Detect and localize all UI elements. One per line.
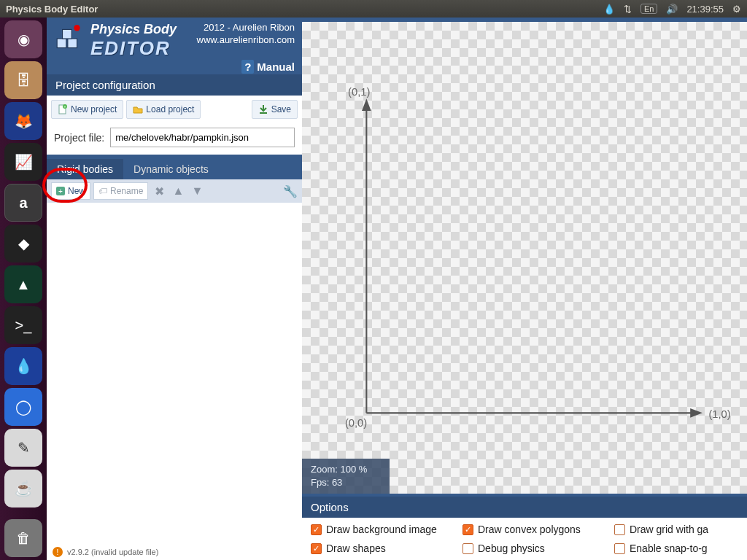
project-config-title: Project configuration	[47, 74, 302, 96]
svg-rect-1	[68, 39, 77, 48]
project-file-input[interactable]	[110, 128, 295, 147]
launcher-app-a[interactable]: a	[4, 184, 42, 222]
svg-point-3	[74, 25, 80, 31]
launcher-editor[interactable]: ✎	[4, 429, 42, 467]
launcher-java[interactable]: ☕	[4, 470, 42, 508]
tag-icon: 🏷	[98, 186, 107, 196]
rename-body-button[interactable]: 🏷 Rename	[93, 182, 148, 200]
app-logo-icon	[54, 23, 85, 54]
save-button[interactable]: Save	[252, 100, 298, 119]
launcher-android[interactable]: ▲	[4, 265, 42, 303]
file-plus-icon: +	[58, 104, 68, 114]
delete-body-button[interactable]: ✖	[151, 183, 167, 199]
launcher-dash[interactable]: ◉	[4, 20, 42, 58]
opt-snap-grid[interactable]: Enable snap-to-g	[614, 542, 738, 554]
opt-debug-physics[interactable]: Debug physics	[462, 542, 608, 554]
credit-url: www.aurelienribon.com	[197, 34, 295, 47]
options-panel: Draw background image Draw convex polygo…	[302, 518, 747, 560]
right-column: (0,1) (0,0) (1,0) Zoom: 100 % Fps: 63 Op…	[302, 18, 747, 560]
tab-dynamic-objects[interactable]: Dynamic objects	[123, 159, 219, 179]
body-tabs: Rigid bodies Dynamic objects	[47, 159, 302, 179]
new-project-button[interactable]: + New project	[51, 100, 123, 119]
left-column: Physics Body EDITOR 2012 - Aurelien Ribo…	[47, 18, 302, 560]
load-project-button[interactable]: Load project	[126, 100, 201, 119]
help-icon: ?	[241, 60, 254, 74]
svg-marker-11	[690, 408, 703, 418]
axis-overlay: (0,1) (0,0) (1,0)	[302, 22, 747, 488]
app-header: Physics Body EDITOR 2012 - Aurelien Ribo…	[47, 18, 302, 74]
svg-rect-7	[260, 112, 267, 114]
new-body-button[interactable]: + New	[51, 182, 90, 200]
options-title: Options	[302, 497, 747, 518]
project-config-panel: + New project Load project Save Project …	[47, 96, 302, 155]
droplet-icon[interactable]: 💧	[603, 4, 615, 15]
axis-label-00: (0,0)	[345, 417, 367, 429]
opt-draw-background[interactable]: Draw background image	[311, 524, 457, 535]
keyboard-indicator[interactable]: En	[640, 4, 657, 14]
fps-label: Fps: 63	[311, 476, 381, 489]
opt-draw-grid[interactable]: Draw grid with ga	[614, 524, 738, 535]
opt-draw-convex[interactable]: Draw convex polygons	[462, 524, 608, 535]
unity-launcher: ◉ 🗄 🦊 📈 a ◆ ▲ >_ 💧 ◯ ✎ ☕ 🗑	[0, 18, 47, 560]
svg-text:+: +	[64, 104, 66, 109]
status-bar: ! v2.9.2 (invalid update file)	[47, 544, 302, 560]
settings-button[interactable]: 🔧	[283, 184, 298, 198]
gear-icon[interactable]: ⚙	[732, 4, 741, 15]
manual-link[interactable]: ?Manual	[197, 60, 295, 74]
project-file-label: Project file:	[54, 132, 104, 144]
clock[interactable]: 21:39:55	[686, 4, 724, 15]
move-up-button[interactable]: ▲	[170, 183, 186, 199]
tab-rigid-bodies[interactable]: Rigid bodies	[47, 159, 123, 179]
launcher-files[interactable]: 🗄	[4, 61, 42, 99]
rigid-bodies-list[interactable]	[47, 203, 302, 544]
launcher-inkscape[interactable]: ◆	[4, 225, 42, 262]
physics-body-editor-window: Physics Body EDITOR 2012 - Aurelien Ribo…	[47, 18, 747, 560]
launcher-chromium[interactable]: ◯	[4, 388, 42, 426]
axis-label-10: (1,0)	[708, 408, 730, 420]
launcher-monitor[interactable]: 📈	[4, 143, 42, 181]
volume-icon[interactable]: 🔊	[666, 4, 678, 15]
launcher-firefox[interactable]: 🦊	[4, 102, 42, 140]
folder-open-icon	[133, 104, 143, 114]
network-icon[interactable]: ⇅	[624, 4, 632, 15]
version-label: v2.9.2 (invalid update file)	[67, 548, 158, 556]
system-tray: 💧 ⇅ En 🔊 21:39:55 ⚙	[603, 4, 741, 15]
app-title-top: Physics Body	[90, 22, 177, 37]
save-icon	[258, 104, 268, 114]
warning-icon: !	[53, 547, 63, 557]
editor-canvas[interactable]: (0,1) (0,0) (1,0) Zoom: 100 % Fps: 63	[302, 22, 747, 494]
svg-marker-9	[362, 98, 371, 111]
plus-icon: +	[56, 187, 65, 195]
credit-year: 2012 - Aurelien Ribon	[197, 22, 295, 34]
launcher-trash[interactable]: 🗑	[4, 519, 42, 557]
launcher-water[interactable]: 💧	[4, 347, 42, 385]
system-menubar: Physics Body Editor 💧 ⇅ En 🔊 21:39:55 ⚙	[0, 0, 747, 18]
svg-rect-2	[63, 29, 72, 39]
zoom-label: Zoom: 100 %	[311, 463, 381, 476]
window-title: Physics Body Editor	[6, 4, 603, 15]
move-down-button[interactable]: ▼	[189, 183, 205, 199]
app-title-bottom: EDITOR	[90, 37, 177, 60]
opt-draw-shapes[interactable]: Draw shapes	[311, 542, 457, 554]
launcher-terminal[interactable]: >_	[4, 306, 42, 344]
svg-rect-0	[57, 39, 66, 48]
zoom-fps-overlay: Zoom: 100 % Fps: 63	[302, 459, 390, 494]
axis-label-01: (0,1)	[348, 86, 370, 98]
rigid-bodies-toolbar: + New 🏷 Rename ✖ ▲ ▼ 🔧	[47, 179, 302, 203]
